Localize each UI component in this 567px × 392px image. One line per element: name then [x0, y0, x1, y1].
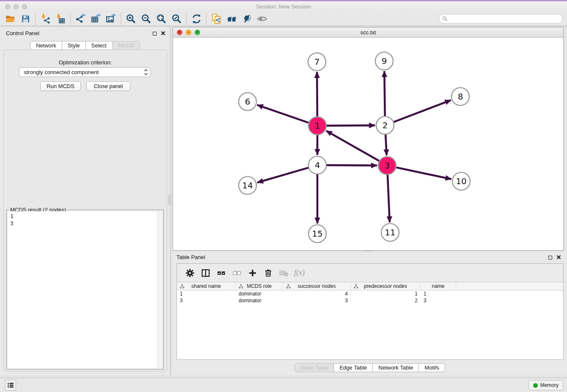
select-all-button[interactable]	[213, 267, 229, 279]
network-window-titlebar[interactable]: × − + scc.txt	[173, 28, 563, 38]
search-input[interactable]	[439, 14, 563, 24]
homes-button[interactable]	[224, 13, 239, 25]
zoom-in-icon	[126, 14, 136, 24]
criterion-select[interactable]: strongly connected component	[19, 67, 151, 77]
export-image-button[interactable]	[103, 13, 118, 25]
column-header-name[interactable]: name	[421, 282, 456, 290]
graph-node-6[interactable]: 6	[239, 93, 256, 110]
tab-style[interactable]: Style	[62, 41, 86, 50]
table-cell[interactable]: 3	[177, 297, 236, 304]
network-maximize-button[interactable]: +	[195, 30, 200, 35]
table-cell[interactable]: 3	[421, 297, 456, 304]
graph-node-1[interactable]: 1	[308, 117, 326, 135]
deselect-all-button[interactable]	[229, 267, 245, 279]
tab-select[interactable]: Select	[85, 41, 113, 50]
show-panels-button[interactable]	[5, 380, 16, 391]
save-session-icon	[20, 14, 31, 24]
scrollbar[interactable]	[157, 211, 162, 368]
mcds-result-text[interactable]: 13	[8, 211, 162, 368]
hide-details-button[interactable]	[239, 13, 254, 25]
export-table-button[interactable]	[88, 13, 103, 25]
graph-edge-1-2[interactable]	[327, 125, 375, 126]
tab-mcds[interactable]: MCDS	[112, 41, 140, 50]
column-header-shared-name[interactable]: shared name	[177, 282, 236, 290]
tab-node-table[interactable]: Node Table	[295, 363, 334, 372]
table-panel-tabs: Node Table Edge Table Network Table Moti…	[173, 363, 567, 372]
node-label: 4	[315, 160, 320, 170]
delete-button[interactable]	[260, 267, 276, 279]
graph-node-2[interactable]: 2	[376, 116, 394, 134]
graph-edge-3-1[interactable]	[326, 131, 379, 161]
toolbar-separator	[35, 13, 36, 25]
import-network-button[interactable]	[38, 13, 53, 25]
tab-motifs[interactable]: Motifs	[418, 363, 445, 372]
close-panel-icon[interactable]	[160, 30, 166, 36]
tab-edge-table[interactable]: Edge Table	[333, 363, 373, 372]
graph-node-8[interactable]: 8	[451, 88, 469, 105]
table-cell[interactable]: dominator	[236, 297, 283, 304]
table-cell[interactable]: 4	[283, 290, 351, 297]
network-canvas[interactable]: 7968124314101511	[173, 38, 563, 250]
table-cell[interactable]: 1	[177, 290, 236, 297]
zoom-selected-button[interactable]	[169, 13, 184, 25]
table-cell[interactable]: 2	[351, 297, 421, 304]
apply-layout-button[interactable]	[189, 13, 204, 25]
export-network-button[interactable]	[73, 13, 88, 25]
memory-button[interactable]: Memory	[528, 380, 563, 390]
column-header-MCDS-role[interactable]: MCDS role	[236, 282, 283, 290]
table-row[interactable]: 1dominator411	[177, 290, 563, 297]
graph-edge-4-3[interactable]	[327, 165, 377, 166]
table-panel: Table Panel f(x) shared nameMCDS rolesuc…	[173, 252, 567, 375]
graph-edge-4-14[interactable]	[257, 168, 308, 182]
graph-edge-1-6[interactable]	[257, 105, 309, 123]
table-cell[interactable]: 1	[351, 290, 421, 297]
close-window-button[interactable]	[5, 4, 10, 9]
columns-button[interactable]	[198, 267, 213, 279]
close-panel-button[interactable]: Close panel	[86, 81, 130, 91]
graph-edge-2-9[interactable]	[384, 71, 385, 116]
graph-node-9[interactable]: 9	[375, 52, 393, 70]
graph-edge-3-10[interactable]	[396, 168, 451, 179]
zoom-out-button[interactable]	[138, 13, 154, 25]
table-cell[interactable]: 1	[421, 290, 456, 297]
graph-node-3[interactable]: 3	[378, 157, 396, 174]
graph-edge-3-11[interactable]	[388, 175, 390, 222]
column-header-predecessor-nodes[interactable]: predecessor nodes	[351, 282, 421, 290]
homes-icon	[226, 14, 237, 24]
maximize-window-button[interactable]	[22, 4, 27, 9]
network-minimize-button[interactable]: −	[186, 30, 191, 35]
node-table: f(x) shared nameMCDS rolesuccessor nodes…	[176, 263, 564, 360]
table-row[interactable]: 3dominator323	[177, 297, 563, 304]
column-header-successor-nodes[interactable]: successor nodes	[283, 282, 351, 290]
graph-node-7[interactable]: 7	[308, 53, 326, 71]
graph-edge-2-3[interactable]	[385, 135, 387, 155]
network-close-button[interactable]: ×	[177, 30, 182, 35]
minimize-window-button[interactable]	[14, 4, 19, 9]
open-file-button[interactable]	[3, 13, 18, 25]
import-table-button[interactable]	[53, 13, 68, 25]
zoom-fit-button[interactable]	[154, 13, 169, 25]
table-cell[interactable]: dominator	[236, 290, 283, 297]
graph-edge-1-7[interactable]	[317, 72, 317, 116]
node-label: 15	[312, 229, 322, 239]
tab-network[interactable]: Network	[30, 41, 62, 50]
mcds-result-box: MCDS result (2 nodes) 13	[6, 210, 164, 370]
graph-node-11[interactable]: 11	[381, 224, 399, 241]
graph-node-15[interactable]: 15	[308, 225, 326, 243]
save-session-button[interactable]	[18, 13, 33, 25]
graph-node-10[interactable]: 10	[452, 172, 470, 190]
close-table-panel-icon[interactable]	[556, 254, 561, 260]
float-table-panel-icon[interactable]	[548, 255, 553, 260]
run-mcds-button[interactable]: Run MCDS	[40, 81, 81, 91]
table-cell[interactable]: 3	[283, 297, 351, 304]
vertical-splitter-handle[interactable]	[168, 195, 171, 205]
copy-network-button[interactable]	[209, 13, 224, 25]
zoom-in-button[interactable]	[123, 13, 138, 25]
gear-button[interactable]	[182, 267, 198, 279]
graph-edge-2-8[interactable]	[394, 100, 451, 122]
graph-node-4[interactable]: 4	[308, 156, 326, 174]
tab-network-table[interactable]: Network Table	[372, 363, 419, 372]
graph-node-14[interactable]: 14	[239, 177, 256, 194]
float-panel-icon[interactable]	[152, 31, 157, 36]
add-button[interactable]	[245, 267, 260, 279]
